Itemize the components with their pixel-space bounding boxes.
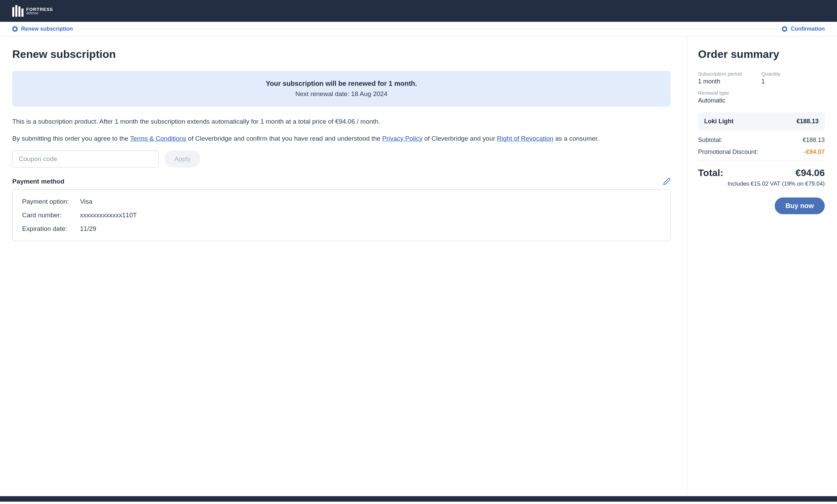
product-row: Loki Light €188.13 bbox=[698, 112, 825, 130]
discount-value: -€94.07 bbox=[804, 148, 825, 156]
page-title: Renew subscription bbox=[12, 48, 670, 61]
main-content: Renew subscription Your subscription wil… bbox=[0, 36, 687, 496]
footer-bar bbox=[0, 496, 837, 502]
payment-option-label: Payment option: bbox=[22, 198, 80, 205]
privacy-link[interactable]: Privacy Policy bbox=[382, 135, 422, 142]
apply-button[interactable]: Apply bbox=[165, 151, 200, 168]
summary-title: Order summary bbox=[698, 48, 825, 61]
brand-sub: defense bbox=[26, 12, 53, 15]
revocation-link[interactable]: Right of Revocation bbox=[497, 135, 553, 142]
renewal-label: Renewal type bbox=[698, 90, 761, 96]
fortress-icon bbox=[12, 5, 23, 17]
subscription-description: This is a subscription product. After 1 … bbox=[12, 117, 670, 126]
order-summary: Order summary Subscription period Quanti… bbox=[687, 36, 837, 496]
discount-label: Promotional Discount: bbox=[698, 148, 758, 156]
subtotal-row: Subtotal: €188.13 bbox=[698, 137, 825, 144]
qty-value: 1 bbox=[761, 78, 825, 85]
step-confirmation-label: Confirmation bbox=[791, 26, 825, 32]
step-confirmation: Confirmation bbox=[782, 26, 825, 32]
terms-link[interactable]: Terms & Conditions bbox=[130, 135, 186, 142]
terms-text: By submitting this order you agree to th… bbox=[12, 134, 670, 143]
subtotal-label: Subtotal: bbox=[698, 137, 722, 144]
total-row: Total: €94.06 bbox=[698, 168, 825, 178]
progress-line bbox=[77, 29, 778, 29]
step-circle-icon bbox=[12, 26, 18, 32]
step-renew: Renew subscription bbox=[12, 26, 73, 32]
product-name: Loki Light bbox=[704, 118, 733, 125]
product-price: €188.13 bbox=[796, 118, 819, 125]
renewal-info-line1: Your subscription will be renewed for 1 … bbox=[20, 80, 662, 88]
coupon-input[interactable] bbox=[12, 151, 159, 168]
renewal-info-box: Your subscription will be renewed for 1 … bbox=[12, 71, 670, 107]
card-number-value: xxxxxxxxxxxxx110T bbox=[80, 211, 661, 219]
vat-text: Includes €15.02 VAT (19% on €79.04) bbox=[698, 180, 825, 187]
divider bbox=[698, 160, 825, 161]
period-label: Subscription period bbox=[698, 71, 761, 77]
expiration-value: 11/29 bbox=[80, 225, 661, 233]
payment-option-value: Visa bbox=[80, 198, 661, 205]
renewal-info-line2: Next renewal date: 18 Aug 2024 bbox=[20, 90, 662, 98]
renewal-value: Automatic bbox=[698, 97, 761, 104]
brand-name: FORTRESS bbox=[26, 7, 53, 12]
card-number-label: Card number: bbox=[22, 211, 80, 219]
total-value: €94.06 bbox=[795, 168, 825, 178]
step-circle-icon bbox=[782, 26, 787, 32]
qty-label: Quantity bbox=[761, 71, 825, 77]
buy-now-button[interactable]: Buy now bbox=[775, 198, 825, 214]
step-renew-label: Renew subscription bbox=[21, 26, 73, 32]
edit-icon[interactable] bbox=[663, 178, 670, 185]
payment-method-title: Payment method bbox=[12, 178, 64, 185]
header-bar: FORTRESS defense bbox=[0, 0, 837, 22]
total-label: Total: bbox=[698, 168, 723, 178]
progress-bar: Renew subscription Confirmation bbox=[0, 22, 837, 36]
subtotal-value: €188.13 bbox=[803, 137, 825, 144]
coupon-row: Apply bbox=[12, 151, 670, 168]
payment-method-box: Payment option: Visa Card number: xxxxxx… bbox=[12, 189, 670, 241]
expiration-label: Expiration date: bbox=[22, 225, 80, 233]
period-value: 1 month bbox=[698, 78, 761, 85]
brand-logo[interactable]: FORTRESS defense bbox=[12, 5, 53, 17]
discount-row: Promotional Discount: -€94.07 bbox=[698, 148, 825, 156]
